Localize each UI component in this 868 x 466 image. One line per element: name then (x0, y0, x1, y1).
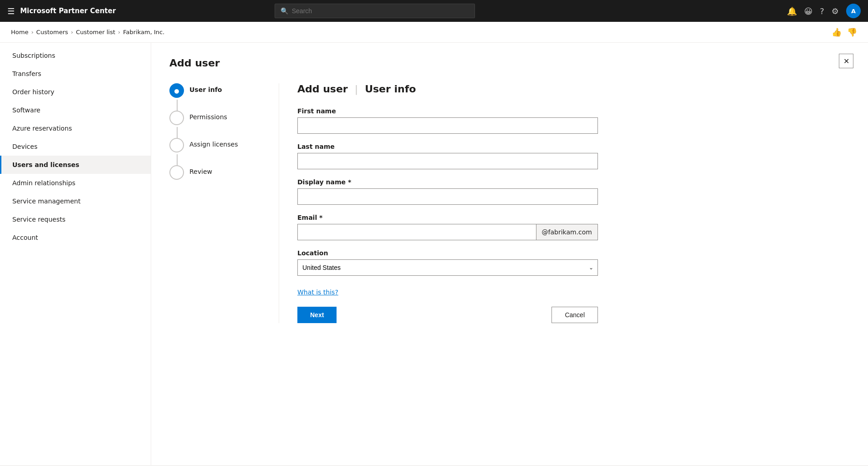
sidebar-item-admin-relationships[interactable]: Admin relationships (0, 174, 151, 192)
location-group: Location United States United Kingdom Ca… (297, 249, 850, 276)
steps-panel: ● User info Permissions Assign licenses … (169, 83, 260, 323)
settings-icon[interactable]: ⚙ (832, 6, 839, 16)
email-suffix: @fabrikam.com (536, 224, 597, 240)
sidebar: Subscriptions Transfers Order history So… (0, 43, 151, 465)
nav-icons: 🔔 😀 ? ⚙ A (787, 4, 861, 18)
help-icon[interactable]: ? (820, 6, 824, 16)
form-panel: Add user | User info First name Last nam… (297, 83, 850, 323)
step-circle-permissions (169, 111, 184, 125)
breadcrumb-sep-1: › (31, 29, 33, 35)
email-group: Email * @fabrikam.com (297, 214, 850, 240)
sidebar-item-transfers[interactable]: Transfers (0, 65, 151, 83)
feedback-icons: 👍 👎 (832, 27, 857, 37)
search-bar[interactable]: 🔍 (275, 4, 475, 18)
breadcrumb: Home › Customers › Customer list › Fabri… (0, 22, 868, 43)
email-label: Email * (297, 214, 850, 221)
form-title-section: User info (365, 83, 416, 95)
sidebar-item-users-and-licenses[interactable]: Users and licenses (0, 156, 151, 174)
emoji-icon[interactable]: 😀 (804, 6, 813, 16)
search-icon: 🔍 (281, 7, 288, 15)
top-nav: ☰ Microsoft Partner Center 🔍 🔔 😀 ? ⚙ A (0, 0, 868, 22)
page-title: Add user (169, 57, 850, 69)
sidebar-item-subscriptions[interactable]: Subscriptions (0, 46, 151, 65)
display-name-group: Display name * (297, 178, 850, 205)
thumbs-down-icon[interactable]: 👎 (847, 27, 857, 37)
step-label-permissions: Permissions (189, 111, 227, 121)
step-circle-assign-licenses (169, 138, 184, 152)
step-circle-user-info: ● (169, 83, 184, 98)
display-name-input[interactable] (297, 188, 598, 205)
step-assign-licenses: Assign licenses (169, 138, 260, 152)
wizard-layout: ● User info Permissions Assign licenses … (169, 83, 850, 323)
notification-icon[interactable]: 🔔 (787, 6, 797, 16)
breadcrumb-customer-list[interactable]: Customer list (76, 29, 115, 35)
next-button[interactable]: Next (297, 307, 337, 323)
step-circle-review (169, 165, 184, 180)
search-input[interactable] (292, 7, 469, 15)
avatar[interactable]: A (846, 4, 861, 18)
location-label: Location (297, 249, 850, 257)
main-layout: Subscriptions Transfers Order history So… (0, 43, 868, 465)
sidebar-item-software[interactable]: Software (0, 101, 151, 119)
button-row: Next Cancel (297, 307, 598, 323)
app-title: Microsoft Partner Center (20, 7, 116, 15)
breadcrumb-home[interactable]: Home (11, 29, 28, 35)
form-section-title: Add user | User info (297, 83, 850, 95)
email-input-wrapper: @fabrikam.com (297, 224, 598, 240)
breadcrumb-sep-2: › (71, 29, 73, 35)
breadcrumb-current: Fabrikam, Inc. (123, 29, 164, 35)
sidebar-item-devices[interactable]: Devices (0, 137, 151, 156)
location-select[interactable]: United States United Kingdom Canada Aust… (297, 259, 598, 276)
vertical-divider (279, 83, 279, 323)
sidebar-item-service-requests[interactable]: Service requests (0, 210, 151, 228)
step-label-review: Review (189, 165, 212, 175)
email-input[interactable] (298, 224, 536, 240)
step-review: Review (169, 165, 260, 180)
sidebar-item-service-management[interactable]: Service management (0, 192, 151, 210)
what-is-this-link[interactable]: What is this? (297, 289, 338, 296)
last-name-group: Last name (297, 143, 850, 169)
hamburger-icon[interactable]: ☰ (7, 6, 15, 16)
first-name-input[interactable] (297, 117, 598, 134)
breadcrumb-sep-3: › (118, 29, 120, 35)
sidebar-item-order-history[interactable]: Order history (0, 83, 151, 101)
step-label-user-info: User info (189, 83, 222, 93)
form-title-divider: | (352, 83, 361, 95)
last-name-label: Last name (297, 143, 850, 150)
sidebar-item-account[interactable]: Account (0, 228, 151, 247)
first-name-group: First name (297, 107, 850, 134)
form-title-main: Add user (297, 83, 348, 95)
cancel-button[interactable]: Cancel (551, 307, 598, 323)
last-name-input[interactable] (297, 153, 598, 169)
step-permissions: Permissions (169, 111, 260, 125)
step-user-info: ● User info (169, 83, 260, 98)
step-label-assign-licenses: Assign licenses (189, 138, 238, 148)
thumbs-up-icon[interactable]: 👍 (832, 27, 842, 37)
sidebar-item-azure-reservations[interactable]: Azure reservations (0, 119, 151, 137)
first-name-label: First name (297, 107, 850, 115)
content-area: Add user ✕ ● User info Permissions Assig… (151, 43, 868, 465)
close-button[interactable]: ✕ (839, 54, 853, 68)
breadcrumb-customers[interactable]: Customers (36, 29, 68, 35)
location-select-wrapper: United States United Kingdom Canada Aust… (297, 259, 598, 276)
display-name-label: Display name * (297, 178, 850, 186)
